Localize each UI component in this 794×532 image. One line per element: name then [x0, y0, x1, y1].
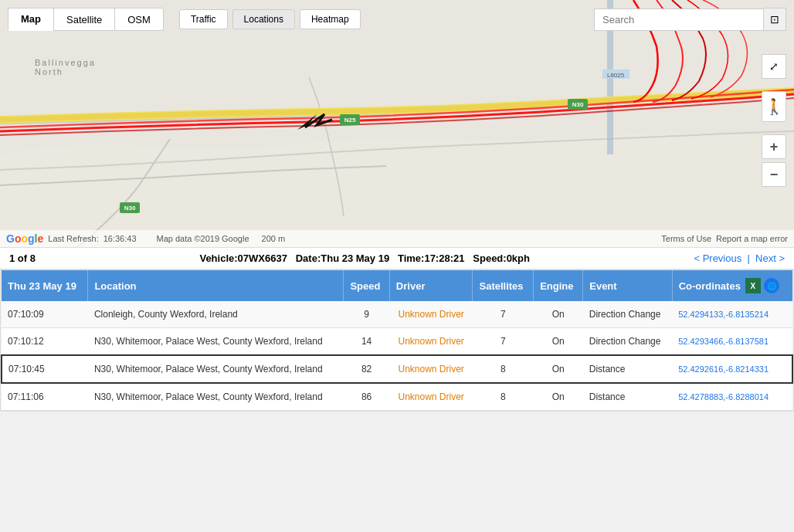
- vehicle-label: Vehicle:: [199, 252, 237, 264]
- cell-time: 07:11:06: [2, 383, 88, 411]
- report-error[interactable]: Report a map error: [716, 234, 788, 243]
- col-satellites: Satellites: [473, 270, 534, 301]
- cell-engine: On: [534, 383, 583, 411]
- map-right-controls: ⤢ 🚶 + −: [762, 54, 786, 187]
- pagination-nav: < Previous | Next >: [694, 252, 785, 264]
- last-refresh-time: 16:36:43: [103, 234, 137, 243]
- cell-satellites: 8: [473, 355, 534, 383]
- export-world-icon[interactable]: 🌐: [764, 278, 779, 293]
- svg-text:N30: N30: [572, 101, 584, 108]
- cell-engine: On: [534, 328, 583, 356]
- table-header-row: Thu 23 May 19 Location Speed Driver Sate…: [2, 270, 792, 301]
- tab-map[interactable]: Map: [8, 8, 53, 31]
- prev-button[interactable]: < Previous: [694, 252, 741, 264]
- cell-coords[interactable]: 52.4294133,-6.8135214: [672, 301, 792, 328]
- terms-of-use[interactable]: Terms of Use: [661, 234, 711, 243]
- cell-event: Direction Change: [583, 301, 672, 328]
- cell-location: N30, Whitemoor, Palace West, County Wexf…: [88, 383, 344, 411]
- table-body: 07:10:09 Clonleigh, County Wexford, Irel…: [2, 301, 792, 411]
- cell-satellites: 7: [473, 328, 534, 356]
- svg-text:L8025: L8025: [607, 72, 625, 79]
- col-coords: Co-ordinates X 🌐: [672, 270, 792, 301]
- svg-text:N25: N25: [344, 117, 356, 124]
- fullscreen-icon[interactable]: ⊡: [764, 8, 786, 31]
- cell-event: Distance: [583, 355, 672, 383]
- cell-satellites: 7: [473, 301, 534, 328]
- cell-driver: Unknown Driver: [389, 301, 473, 328]
- export-excel-icon[interactable]: X: [745, 278, 761, 293]
- zoom-out-button[interactable]: −: [762, 162, 786, 187]
- map-scale: 200 m: [262, 234, 286, 243]
- table-row[interactable]: 07:11:06 N30, Whitemoor, Palace West, Co…: [2, 383, 792, 411]
- last-refresh-label: Last Refresh:: [48, 234, 98, 243]
- tab-osm[interactable]: OSM: [114, 8, 164, 31]
- map-place-label: BallinveggaNorth: [35, 58, 96, 76]
- map-background: N30 N25 L8025 N30 BallinveggaNorth: [0, 0, 794, 247]
- cell-engine: On: [534, 355, 583, 383]
- cell-speed: 82: [344, 355, 389, 383]
- time-value: 17:28:21: [424, 252, 464, 264]
- col-date: Thu 23 May 19: [2, 270, 88, 301]
- time-label: Time:: [398, 252, 424, 264]
- cell-location: N30, Whitemoor, Palace West, County Wexf…: [88, 355, 344, 383]
- map-svg: N30 N25 L8025 N30: [0, 0, 794, 247]
- date-value: Thu 23 May 19: [321, 252, 389, 264]
- col-location: Location: [88, 270, 344, 301]
- cell-location: N30, Whitemoor, Palace West, County Wexf…: [88, 328, 344, 356]
- table-row[interactable]: 07:10:12 N30, Whitemoor, Palace West, Co…: [2, 328, 792, 356]
- header-icons: X 🌐: [745, 278, 779, 293]
- cell-time: 07:10:45: [2, 355, 88, 383]
- street-view-button[interactable]: 🚶: [762, 91, 786, 122]
- cell-satellites: 8: [473, 383, 534, 411]
- cell-speed: 14: [344, 328, 389, 356]
- cell-speed: 9: [344, 301, 389, 328]
- tab-satellite[interactable]: Satellite: [53, 8, 114, 31]
- coords-label: Co-ordinates: [679, 280, 741, 292]
- col-engine: Engine: [534, 270, 583, 301]
- speed-value: 0kph: [507, 252, 530, 264]
- cell-coords[interactable]: 52.4278883,-6.8288014: [672, 383, 792, 411]
- cell-location: Clonleigh, County Wexford, Ireland: [88, 301, 344, 328]
- map-view-tabs: Map Satellite OSM: [8, 8, 164, 31]
- col-event: Event: [583, 270, 672, 301]
- map-footer: Google Last Refresh: 16:36:43 Map data ©…: [0, 230, 794, 247]
- cell-coords[interactable]: 52.4293466,-6.8137581: [672, 328, 792, 356]
- search-container: ⊡: [594, 8, 786, 31]
- info-bar: 1 of 8 Vehicle:07WX6637 Date:Thu 23 May …: [0, 247, 794, 269]
- col-speed: Speed: [344, 270, 389, 301]
- next-button[interactable]: Next >: [755, 252, 785, 264]
- cell-driver: Unknown Driver: [389, 383, 473, 411]
- cell-engine: On: [534, 301, 583, 328]
- table-row[interactable]: 07:10:09 Clonleigh, County Wexford, Irel…: [2, 301, 792, 328]
- date-label: Date:: [296, 252, 321, 264]
- speed-label: Speed:: [473, 252, 506, 264]
- vehicle-info: Vehicle:07WX6637 Date:Thu 23 May 19 Time…: [36, 252, 694, 264]
- search-input[interactable]: [594, 8, 764, 31]
- fullscreen-button[interactable]: ⤢: [762, 54, 786, 79]
- map-data-label: Map data ©2019 Google: [157, 234, 249, 243]
- map-container: N30 N25 L8025 N30 BallinveggaNorth Map S…: [0, 0, 794, 247]
- vehicle-id: 07WX6637: [238, 252, 287, 264]
- locations-button[interactable]: Locations: [232, 9, 295, 29]
- data-table: Thu 23 May 19 Location Speed Driver Sate…: [1, 270, 793, 411]
- cell-speed: 86: [344, 383, 389, 411]
- svg-text:N30: N30: [124, 205, 136, 212]
- heatmap-button[interactable]: Heatmap: [300, 9, 361, 29]
- cell-time: 07:10:09: [2, 301, 88, 328]
- cell-coords[interactable]: 52.4292616,-6.8214331: [672, 355, 792, 383]
- cell-driver: Unknown Driver: [389, 328, 473, 356]
- map-overlay-buttons: Traffic Locations Heatmap: [179, 9, 361, 29]
- cell-time: 07:10:12: [2, 328, 88, 356]
- pagination-label: 1 of 8: [9, 252, 36, 264]
- cell-event: Distance: [583, 383, 672, 411]
- col-driver: Driver: [389, 270, 473, 301]
- map-top-bar: Map Satellite OSM Traffic Locations Heat…: [0, 8, 794, 31]
- google-logo: Google: [6, 232, 43, 245]
- cell-event: Direction Change: [583, 328, 672, 356]
- data-table-container: Thu 23 May 19 Location Speed Driver Sate…: [0, 269, 794, 412]
- traffic-button[interactable]: Traffic: [179, 9, 228, 29]
- zoom-in-button[interactable]: +: [762, 134, 786, 159]
- table-row[interactable]: 07:10:45 N30, Whitemoor, Palace West, Co…: [2, 355, 792, 383]
- cell-driver: Unknown Driver: [389, 355, 473, 383]
